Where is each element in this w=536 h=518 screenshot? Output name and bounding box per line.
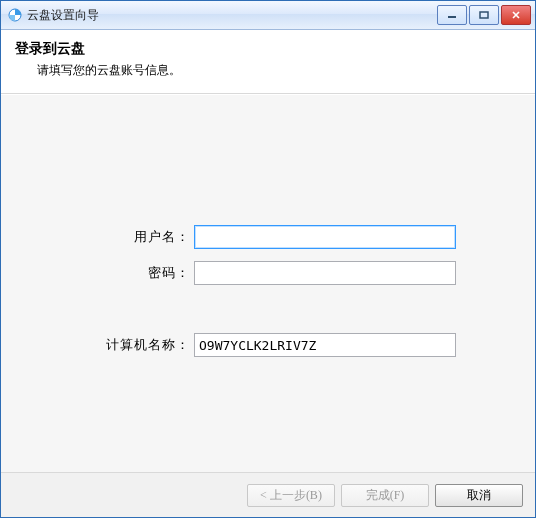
window-controls (437, 5, 531, 25)
username-label: 用户名： (80, 228, 194, 246)
minimize-icon (447, 11, 457, 19)
username-row: 用户名： (80, 225, 456, 249)
wizard-body: 用户名： 密码： 计算机名称： (1, 94, 535, 472)
maximize-icon (479, 11, 489, 19)
wizard-header: 登录到云盘 请填写您的云盘账号信息。 (1, 30, 535, 94)
computer-name-row: 计算机名称： (80, 333, 456, 357)
computer-name-input[interactable] (194, 333, 456, 357)
close-icon (511, 11, 521, 19)
svg-rect-2 (480, 12, 488, 18)
username-input[interactable] (194, 225, 456, 249)
wizard-window: 云盘设置向导 登录到云盘 请填写您的云盘账号信息。 用户名： (0, 0, 536, 518)
wizard-subtitle: 请填写您的云盘账号信息。 (15, 62, 521, 79)
back-button[interactable]: < 上一步(B) (247, 484, 335, 507)
password-row: 密码： (80, 261, 456, 285)
app-icon (7, 7, 23, 23)
maximize-button[interactable] (469, 5, 499, 25)
close-button[interactable] (501, 5, 531, 25)
svg-rect-1 (448, 16, 456, 18)
window-title: 云盘设置向导 (27, 7, 437, 24)
wizard-title: 登录到云盘 (15, 40, 521, 58)
finish-button[interactable]: 完成(F) (341, 484, 429, 507)
computer-name-label: 计算机名称： (80, 336, 194, 354)
cancel-button[interactable]: 取消 (435, 484, 523, 507)
password-label: 密码： (80, 264, 194, 282)
minimize-button[interactable] (437, 5, 467, 25)
titlebar: 云盘设置向导 (1, 1, 535, 30)
password-input[interactable] (194, 261, 456, 285)
wizard-footer: < 上一步(B) 完成(F) 取消 (1, 472, 535, 517)
